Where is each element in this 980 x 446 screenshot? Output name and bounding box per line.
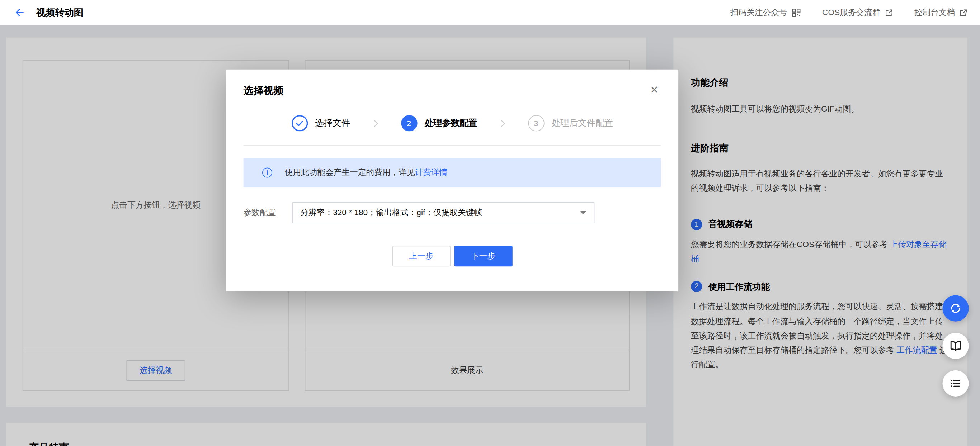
header-link-label: 扫码关注公众号	[730, 7, 788, 18]
param-config-label: 参数配置	[243, 207, 292, 218]
header-link-cos-group[interactable]: COS服务交流群	[822, 7, 893, 18]
stepper: 选择文件 2 处理参数配置 3 处理后文件配置	[243, 115, 661, 131]
list-icon	[949, 376, 963, 390]
step-label: 处理参数配置	[425, 117, 477, 129]
qr-code-icon	[792, 8, 801, 17]
fee-notice-banner: i 使用此功能会产生一定的费用，详见计费详情	[243, 158, 661, 187]
step-active-circle: 2	[401, 115, 417, 131]
header-link-console-docs[interactable]: 控制台文档	[914, 7, 967, 18]
modal-title: 选择视频	[243, 85, 284, 98]
close-icon[interactable]: ×	[648, 85, 661, 96]
fee-notice-text: 使用此功能会产生一定的费用，详见	[285, 167, 415, 178]
modal-footer: 上一步 下一步	[243, 246, 661, 267]
external-link-icon	[959, 9, 967, 17]
step-process-params: 2 处理参数配置	[401, 115, 477, 131]
menu-list-button[interactable]	[942, 370, 969, 397]
modal-header: 选择视频 ×	[243, 85, 661, 98]
step-label: 处理后文件配置	[552, 117, 613, 129]
next-step-button[interactable]: 下一步	[454, 246, 512, 267]
step-done-circle	[291, 115, 307, 131]
app-root: 视频转动图 扫码关注公众号 COS服务交流群 控制台文档 点击下方按钮，选择视频	[0, 0, 980, 446]
step-label: 选择文件	[315, 117, 350, 129]
external-link-icon	[885, 9, 893, 17]
chevron-right-icon	[500, 119, 506, 128]
page-title: 视频转动图	[36, 6, 83, 18]
header-link-label: COS服务交流群	[822, 7, 881, 18]
divider	[243, 145, 661, 146]
floating-toolbar	[942, 295, 969, 397]
step-output-config: 3 处理后文件配置	[528, 115, 613, 131]
param-config-select[interactable]: 分辨率：320 * 180；输出格式：gif；仅提取关键帧	[292, 202, 595, 223]
info-icon: i	[262, 168, 272, 178]
step-select-file: 选择文件	[291, 115, 350, 131]
chevron-right-icon	[373, 119, 379, 128]
step-pending-circle: 3	[528, 115, 544, 131]
prev-step-button[interactable]: 上一步	[392, 246, 450, 267]
billing-details-link[interactable]: 计费详情	[415, 167, 448, 178]
chevron-down-icon	[580, 211, 586, 214]
docs-button[interactable]	[942, 333, 969, 359]
chat-sync-icon	[949, 302, 963, 315]
page-header: 视频转动图 扫码关注公众号 COS服务交流群 控制台文档	[0, 0, 980, 25]
support-chat-button[interactable]	[942, 295, 969, 321]
check-icon	[295, 120, 304, 127]
back-button[interactable]	[13, 6, 26, 19]
header-link-follow-qr[interactable]: 扫码关注公众号	[730, 7, 801, 18]
param-config-row: 参数配置 分辨率：320 * 180；输出格式：gif；仅提取关键帧	[243, 202, 661, 223]
param-config-select-value: 分辨率：320 * 180；输出格式：gif；仅提取关键帧	[300, 207, 482, 218]
book-icon	[949, 339, 963, 353]
header-link-label: 控制台文档	[914, 7, 955, 18]
select-video-modal: 选择视频 × 选择文件 2 处理参数配置 3 处理后文件配置 i	[226, 70, 678, 292]
arrow-left-icon	[14, 7, 25, 18]
header-links: 扫码关注公众号 COS服务交流群 控制台文档	[730, 7, 968, 18]
